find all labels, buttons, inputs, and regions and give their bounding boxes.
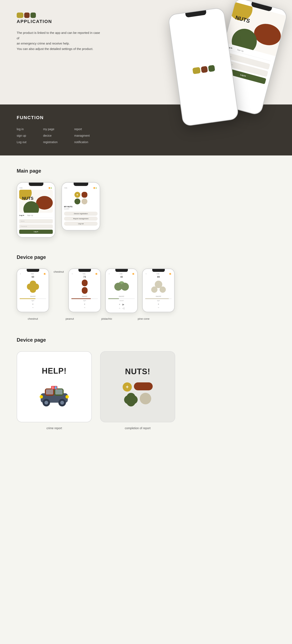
plus-btn-2[interactable]: + <box>84 303 85 306</box>
device-number-3: 40 <box>108 276 135 278</box>
completion-report-card: NUTS! + <box>100 351 175 422</box>
status-bar-2: 5:51 📶🔋 <box>64 187 98 189</box>
main-phone-login: 5:50 📶🔋 NUTS Log In Sign Up Name Passwor… <box>17 182 55 238</box>
signup-tab-back[interactable]: Sign Up <box>237 48 244 52</box>
logo-shape-2 <box>24 12 30 18</box>
main-page-section: Main page 5:50 📶🔋 NUTS Log In <box>0 156 292 250</box>
time-d3: 5:50 <box>120 273 123 275</box>
minus-btn-2[interactable]: − <box>84 306 85 309</box>
svg-point-10 <box>40 395 43 398</box>
device-screen-1: < 5:50 📶 60 ON/OFF light + <box>17 272 49 312</box>
label-chestnut: chestnut <box>17 317 49 320</box>
nuts-icons-bottom <box>124 393 151 406</box>
func-logout: Log out <box>17 140 26 145</box>
pistachio-right <box>121 283 129 291</box>
minus-btn-3[interactable]: − <box>119 307 120 310</box>
pinecone-left <box>151 286 157 293</box>
func-login: log in <box>17 127 26 132</box>
func-device: decice <box>43 133 58 138</box>
pinecone-right <box>159 286 166 293</box>
time-d2: 5:51 <box>83 273 86 275</box>
back-audio-btn-3[interactable]: ◁ <box>123 307 124 310</box>
label-peanut: peanut <box>54 317 86 320</box>
nuts-label-1: NUTS <box>22 196 33 201</box>
peanut-top <box>82 280 88 286</box>
main-phones-row: 5:50 📶🔋 NUTS Log In Sign Up Name Passwor… <box>17 182 275 238</box>
func-registration: registration <box>43 140 58 145</box>
device-controls-2: + − <box>71 303 98 309</box>
phone-notch-2 <box>74 183 88 186</box>
nuts-title: NUTS! <box>125 367 150 376</box>
back-btn-d1[interactable]: < <box>20 273 21 275</box>
device-controls-3: + ▶ − ◁ <box>108 303 135 310</box>
func-notification: notification <box>74 140 90 145</box>
device-type-4: light <box>145 300 172 301</box>
plus-btn-1[interactable]: + <box>32 303 34 306</box>
peanut-bottom <box>82 287 88 294</box>
nuts-beige-icon <box>140 393 151 404</box>
back-btn-d4[interactable]: < <box>146 273 146 275</box>
cross-center <box>30 284 36 290</box>
device-page-2-heading: Device page <box>17 337 275 343</box>
back-btn-d3[interactable]: < <box>109 273 110 275</box>
device-phone-peanut: < 5:51 📶 73 ON/OFF light + − <box>68 268 101 312</box>
pistachio-shape <box>114 281 129 292</box>
status-bar-d4: < 5:50 📶 <box>145 273 172 275</box>
device-slider-1[interactable] <box>20 298 46 299</box>
device-screen-3: < 5:50 📶 40 ON/OFF sound + <box>106 272 137 312</box>
mypage-name: MY NUTS <box>64 206 98 208</box>
svg-point-9 <box>60 401 64 404</box>
device-notch-4 <box>152 269 165 272</box>
device-onoff-2: ON/OFF <box>71 296 98 297</box>
clover-part4 <box>127 398 135 406</box>
crime-report-card: HELP! <box>17 351 92 422</box>
device-slider-2[interactable] <box>71 298 98 299</box>
back-btn-d2[interactable]: < <box>72 273 73 275</box>
device-slider-3[interactable] <box>108 298 135 299</box>
front-logo-s2 <box>201 66 208 73</box>
func-management: managment <box>74 133 90 138</box>
device-product-1 <box>20 279 46 294</box>
signup-tab-1[interactable]: Sign Up <box>27 214 33 216</box>
time-d4: 5:50 <box>156 273 159 275</box>
device-slider-4[interactable] <box>145 298 172 299</box>
name-input-1[interactable]: Name <box>19 219 53 223</box>
device-type-1: light <box>20 300 46 301</box>
logout-btn[interactable]: Log out <box>64 222 98 226</box>
avatar-icons: + <box>74 192 87 198</box>
func-signup: sign up <box>17 133 26 138</box>
password-input-1[interactable]: Password <box>19 224 53 228</box>
plus-btn-3[interactable]: + <box>119 303 120 306</box>
completion-report-label: completion of report <box>100 426 175 430</box>
device-product-3 <box>108 279 135 294</box>
login-tab-1[interactable]: Log In <box>19 214 24 216</box>
device-registration-btn[interactable]: Device registration <box>64 212 98 216</box>
status-bar-1: 5:50 📶🔋 <box>19 187 53 189</box>
play-btn-3[interactable]: ▶ <box>123 303 124 306</box>
device-phone-chestnut: < 5:50 📶 60 ON/OFF light + <box>17 268 49 312</box>
front-logo-s3 <box>208 65 215 72</box>
minus-btn-4[interactable]: − <box>158 306 159 309</box>
nuts-red-icon <box>134 382 153 390</box>
func-mypage: my page <box>43 127 58 132</box>
function-grid: log in sign up Log out my page decice re… <box>17 127 275 145</box>
device-notch-2 <box>78 269 91 272</box>
avatar-beige <box>82 198 87 204</box>
report-section: Device page HELP! <box>0 333 292 442</box>
label-pinecone: pine cone <box>128 317 160 320</box>
minus-btn-1[interactable]: − <box>32 306 34 309</box>
login-btn-1[interactable]: Log in <box>19 230 53 234</box>
icons-1: 📶🔋 <box>49 187 52 189</box>
function-col-3: report managment notification <box>74 127 90 145</box>
help-title: HELP! <box>42 366 67 376</box>
login-tabs-1: Log In Sign Up <box>19 214 53 218</box>
device-notch-1 <box>27 269 39 272</box>
plus-btn-4[interactable]: + <box>158 303 159 306</box>
mypage-sub: bundi04 <box>64 208 98 210</box>
report-management-btn[interactable]: Report management <box>64 217 98 221</box>
chestnut-label: chestnut <box>54 270 64 273</box>
svg-point-7 <box>44 401 48 404</box>
time-2: 5:51 <box>64 187 67 189</box>
nuts-icons-top: + <box>123 382 153 392</box>
mypage-avatar: + <box>64 190 98 206</box>
